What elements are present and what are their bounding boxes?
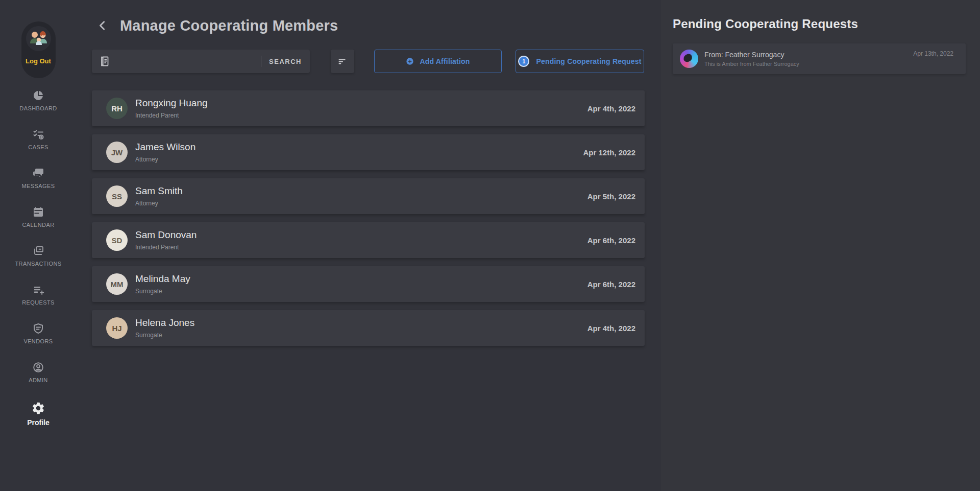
sidebar-item-requests[interactable]: REQUESTS: [0, 284, 77, 306]
member-role: Attorney: [135, 200, 183, 207]
person-circle-icon: [32, 361, 44, 373]
sidebar-item-profile[interactable]: Profile: [0, 401, 77, 427]
member-role: Attorney: [135, 156, 195, 163]
family-avatar-icon: [26, 26, 51, 51]
member-name: Sam Donovan: [135, 229, 197, 241]
sort-button[interactable]: [331, 50, 354, 73]
pending-count-badge: 1: [518, 56, 529, 67]
request-date: Apr 13th, 2022: [913, 50, 953, 57]
member-role: Intended Parent: [135, 244, 197, 251]
member-avatar: SD: [106, 229, 128, 251]
search-input[interactable]: [116, 57, 256, 65]
member-row[interactable]: SD Sam Donovan Intended Parent Apr 6th, …: [92, 222, 645, 258]
sidebar-item-label: REQUESTS: [22, 299, 55, 306]
sidebar-item-calendar[interactable]: CALENDAR: [0, 206, 77, 228]
add-circle-icon: [406, 57, 414, 65]
member-name: Sam Smith: [135, 185, 183, 197]
request-card[interactable]: From: Feather Surrogacy This is Amber fr…: [673, 43, 966, 74]
gear-icon: [31, 401, 45, 415]
request-from: From: Feather Surrogacy: [704, 51, 799, 59]
member-avatar: RH: [106, 98, 128, 119]
sidebar-item-admin[interactable]: ADMIN: [0, 361, 77, 383]
shield-icon: [32, 322, 44, 335]
member-avatar: SS: [106, 185, 128, 207]
search-button[interactable]: SEARCH: [269, 58, 302, 65]
calendar-icon: [32, 206, 44, 218]
member-role: Surrogate: [135, 332, 194, 339]
member-date: Apr 4th, 2022: [587, 324, 635, 333]
member-date: Apr 5th, 2022: [587, 192, 635, 201]
list-plus-icon: [32, 284, 44, 296]
member-row[interactable]: JW James Wilson Attorney Apr 12th, 2022: [92, 134, 645, 170]
pie-chart-icon: [32, 89, 44, 102]
feather-surrogacy-logo-icon: [680, 50, 698, 68]
sidebar-item-dashboard[interactable]: DASHBOARD: [0, 89, 77, 111]
member-avatar: HJ: [106, 317, 128, 339]
member-name: Melinda May: [135, 273, 190, 285]
sidebar-nav: DASHBOARD CASES MESSAGES CALENDAR TRANSA…: [0, 89, 77, 400]
member-name: Rongxing Huang: [135, 98, 208, 109]
sidebar-item-label: ADMIN: [29, 377, 47, 383]
add-affiliation-button[interactable]: Add Affiliation: [374, 50, 502, 73]
chat-bubbles-icon: [32, 167, 44, 179]
chevron-left-icon: [97, 20, 108, 31]
sidebar-item-label: CALENDAR: [22, 222, 54, 228]
sidebar-item-label: TRANSACTIONS: [15, 261, 62, 267]
sidebar-item-messages[interactable]: MESSAGES: [0, 167, 77, 189]
panel-title: Pending Cooperating Requests: [673, 17, 966, 31]
sort-lines-icon: [337, 56, 348, 67]
page-title: Manage Cooperating Members: [120, 17, 338, 34]
member-name: Helena Jones: [135, 317, 194, 329]
member-list: RH Rongxing Huang Intended Parent Apr 4t…: [92, 90, 645, 346]
logout-label: Log Out: [26, 57, 51, 65]
back-button[interactable]: [95, 18, 110, 33]
sidebar-item-transactions[interactable]: TRANSACTIONS: [0, 245, 77, 267]
pending-request-label: Pending Cooperating Request: [536, 57, 641, 65]
sidebar-item-label: Profile: [27, 418, 50, 427]
member-avatar: JW: [106, 142, 128, 163]
transactions-cards-icon: [32, 245, 44, 257]
sidebar-item-label: DASHBOARD: [19, 105, 57, 111]
sidebar: Log Out DASHBOARD CASES MESSAGES CALENDA…: [0, 0, 77, 491]
pending-request-button[interactable]: 1 Pending Cooperating Request: [516, 50, 644, 73]
logout-button[interactable]: Log Out: [21, 21, 56, 78]
member-date: Apr 6th, 2022: [587, 280, 635, 289]
member-role: Intended Parent: [135, 112, 208, 119]
cases-checklist-icon: [32, 128, 44, 141]
member-row[interactable]: MM Melinda May Surrogate Apr 6th, 2022: [92, 266, 645, 302]
toolbar: SEARCH Add Affiliation 1 Pending Coopera…: [92, 50, 661, 73]
member-row[interactable]: RH Rongxing Huang Intended Parent Apr 4t…: [92, 90, 645, 126]
member-name: James Wilson: [135, 142, 195, 153]
member-date: Apr 6th, 2022: [587, 236, 635, 245]
member-row[interactable]: SS Sam Smith Attorney Apr 5th, 2022: [92, 178, 645, 214]
member-avatar: MM: [106, 273, 128, 295]
member-date: Apr 12th, 2022: [583, 148, 635, 157]
member-row[interactable]: HJ Helena Jones Surrogate Apr 4th, 2022: [92, 310, 645, 346]
document-icon: [99, 55, 111, 67]
sidebar-item-cases[interactable]: CASES: [0, 128, 77, 150]
member-role: Surrogate: [135, 288, 190, 295]
sidebar-item-label: MESSAGES: [22, 183, 55, 189]
add-affiliation-label: Add Affiliation: [420, 57, 470, 65]
member-date: Apr 4th, 2022: [587, 104, 635, 113]
sidebar-item-vendors[interactable]: VENDORS: [0, 322, 77, 344]
page-header: Manage Cooperating Members: [92, 15, 661, 36]
main-content: Manage Cooperating Members SEARCH: [77, 0, 661, 491]
search-bar: SEARCH: [92, 50, 310, 73]
request-message: This is Amber from Feather Surrogacy: [704, 61, 799, 67]
user-avatar: [26, 26, 51, 51]
sidebar-item-label: CASES: [28, 144, 48, 150]
sidebar-item-label: VENDORS: [23, 338, 53, 344]
search-divider: [261, 56, 261, 67]
pending-requests-panel: Pending Cooperating Requests From: Feath…: [661, 0, 980, 491]
